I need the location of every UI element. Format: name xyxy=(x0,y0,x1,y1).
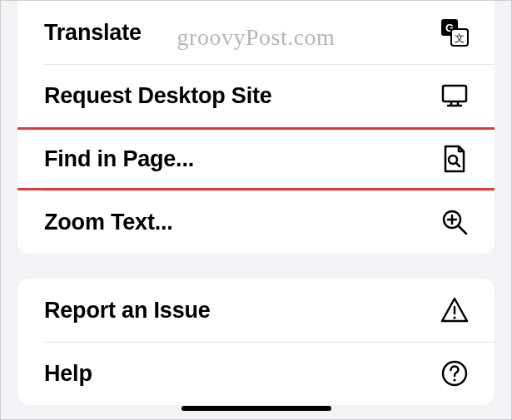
menu-item-report-issue[interactable]: Report an Issue xyxy=(17,279,495,342)
svg-rect-4 xyxy=(443,86,466,101)
translate-icon: G 文 xyxy=(440,17,470,47)
menu-label: Zoom Text... xyxy=(44,210,173,235)
svg-line-11 xyxy=(459,226,466,234)
menu-label: Report an Issue xyxy=(44,298,211,324)
menu-label: Request Desktop Site xyxy=(44,83,272,109)
menu-item-request-desktop[interactable]: Request Desktop Site xyxy=(17,64,495,127)
menu-item-translate[interactable]: Translate G 文 xyxy=(17,1,495,64)
menu-label: Find in Page... xyxy=(44,146,194,172)
zoom-in-icon xyxy=(440,207,470,237)
desktop-icon xyxy=(440,81,470,111)
help-icon xyxy=(440,358,470,388)
menu-item-help[interactable]: Help xyxy=(17,342,495,405)
menu-container: Translate G 文 Request Desktop Site xyxy=(1,1,511,405)
svg-point-15 xyxy=(453,316,455,319)
find-in-page-icon xyxy=(440,144,470,174)
menu-item-find-in-page[interactable]: Find in Page... xyxy=(17,127,495,190)
menu-label: Help xyxy=(44,361,92,387)
svg-point-17 xyxy=(453,378,455,381)
menu-item-zoom-text[interactable]: Zoom Text... xyxy=(17,190,495,254)
home-indicator[interactable] xyxy=(181,406,331,411)
svg-line-9 xyxy=(456,163,460,166)
menu-group-1: Translate G 文 Request Desktop Site xyxy=(17,1,495,254)
menu-label: Translate xyxy=(44,20,142,46)
menu-group-2: Report an Issue Help xyxy=(17,279,495,405)
svg-text:文: 文 xyxy=(455,32,465,44)
warning-icon xyxy=(440,295,470,325)
